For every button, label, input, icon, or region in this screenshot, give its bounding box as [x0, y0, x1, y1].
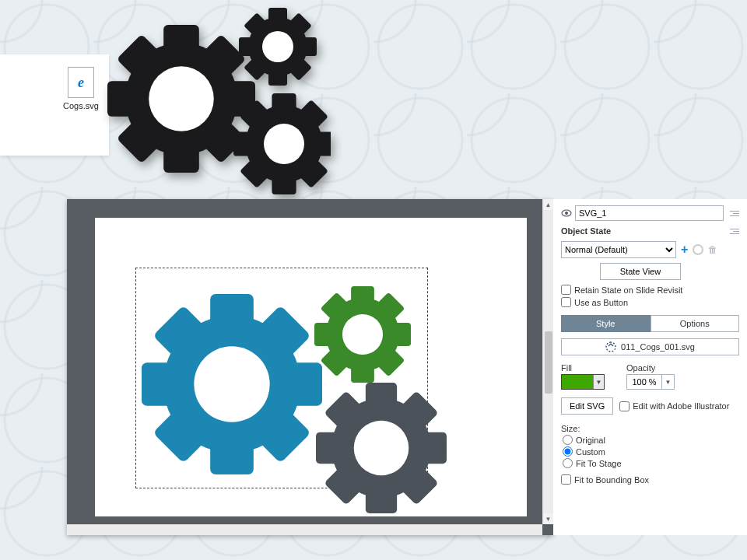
svg-file-icon — [605, 341, 616, 352]
tab-options[interactable]: Options — [651, 315, 740, 332]
state-dropdown[interactable]: Normal (Default) — [561, 241, 676, 258]
use-as-button-checkbox[interactable]: Use as Button — [561, 297, 739, 307]
document-page-icon: e — [68, 67, 94, 98]
svg-point-10 — [262, 31, 293, 62]
retain-state-checkbox[interactable]: Retain State on Slide Revisit — [561, 285, 739, 295]
state-view-button[interactable]: State View — [600, 263, 681, 280]
state-menu-icon[interactable] — [728, 226, 739, 236]
size-fit-stage-radio[interactable]: Fit To Stage — [563, 458, 739, 468]
fill-dropdown-icon[interactable]: ▼ — [593, 375, 604, 389]
svg-filename: 011_Cogs_001.svg — [621, 342, 695, 352]
opacity-label: Opacity — [626, 363, 675, 373]
object-name-input[interactable] — [575, 205, 724, 221]
svg-file-selector[interactable]: 011_Cogs_001.svg — [561, 338, 739, 355]
stage-editor: ▲ ▼ — [67, 199, 553, 535]
scroll-up-icon[interactable]: ▲ — [543, 199, 553, 210]
scroll-thumb[interactable] — [545, 331, 552, 394]
size-original-radio[interactable]: Original — [563, 435, 739, 445]
object-state-heading: Object State — [561, 226, 611, 236]
properties-panel: Object State Normal (Default) + 🗑 State … — [553, 199, 747, 535]
placed-svg-object[interactable] — [95, 218, 527, 516]
scroll-down-icon[interactable]: ▼ — [543, 513, 553, 524]
horizontal-scrollbar[interactable] — [67, 524, 542, 535]
svg-point-22 — [194, 346, 269, 422]
vertical-scrollbar[interactable]: ▲ ▼ — [542, 199, 553, 524]
fill-color-swatch[interactable]: ▼ — [561, 374, 605, 390]
state-indicator-icon — [693, 244, 703, 255]
file-icon-svg[interactable]: e Cogs.svg — [58, 67, 104, 112]
tab-style[interactable]: Style — [561, 315, 651, 332]
opacity-dropdown-icon[interactable]: ▼ — [662, 374, 675, 390]
cogs-illustration — [105, 4, 331, 206]
size-label: Size: — [561, 424, 739, 433]
svg-point-11 — [264, 124, 304, 164]
opacity-input[interactable] — [626, 374, 662, 390]
fill-label: Fill — [561, 363, 605, 373]
visibility-eye-icon[interactable] — [561, 208, 572, 219]
canvas[interactable] — [95, 218, 527, 516]
fill-color-preview — [562, 375, 593, 389]
svg-point-32 — [342, 314, 383, 355]
svg-point-44 — [565, 212, 568, 215]
svg-point-42 — [354, 421, 409, 476]
svg-point-9 — [149, 66, 214, 131]
size-custom-radio[interactable]: Custom — [563, 446, 739, 457]
ie-logo-icon: e — [78, 75, 84, 91]
edit-illustrator-checkbox[interactable]: Edit with Adobe Illustrator — [619, 401, 729, 411]
delete-state-icon[interactable]: 🗑 — [708, 244, 717, 255]
add-state-icon[interactable]: + — [681, 243, 688, 257]
file-label: Cogs.svg — [58, 101, 104, 110]
edit-svg-button[interactable]: Edit SVG — [561, 397, 613, 415]
fit-bounding-box-checkbox[interactable]: Fit to Bounding Box — [561, 474, 739, 485]
panel-menu-icon[interactable] — [728, 208, 739, 219]
